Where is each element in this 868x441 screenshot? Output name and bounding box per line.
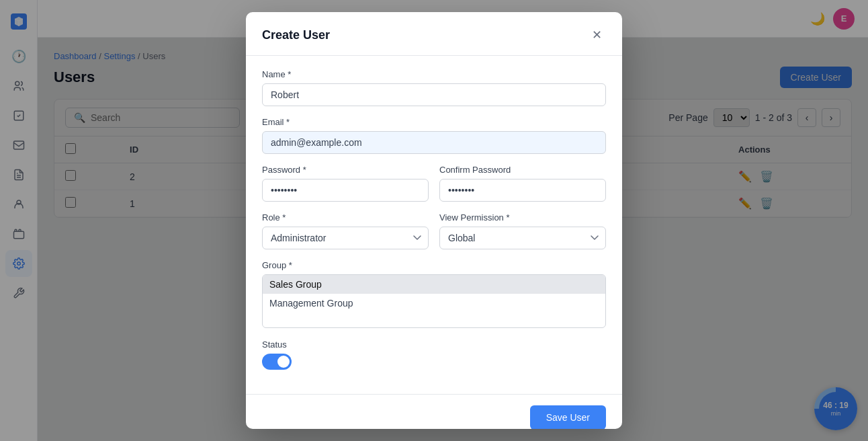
email-label: Email * xyxy=(262,117,606,127)
confirm-password-field-group: Confirm Password xyxy=(439,165,606,202)
name-field-group: Name * xyxy=(262,69,606,106)
role-field-group: Role * Administrator Agent Manager xyxy=(262,212,429,249)
password-input[interactable] xyxy=(262,179,429,202)
modal-header: Create User ✕ xyxy=(246,12,622,56)
modal-title: Create User xyxy=(262,28,330,42)
group-listbox[interactable]: Sales Group Management Group xyxy=(262,274,606,328)
create-user-modal: Create User ✕ Name * Email * Password * … xyxy=(246,12,622,429)
modal-body: Name * Email * Password * Confirm Passwo… xyxy=(246,56,622,394)
name-label: Name * xyxy=(262,69,606,79)
status-toggle[interactable] xyxy=(262,354,292,370)
confirm-password-input[interactable] xyxy=(439,179,606,202)
view-permission-label: View Permission * xyxy=(439,212,606,223)
group-label: Group * xyxy=(262,260,606,270)
status-field-group: Status xyxy=(262,339,606,370)
role-select[interactable]: Administrator Agent Manager xyxy=(262,227,429,249)
modal-overlay: Create User ✕ Name * Email * Password * … xyxy=(0,0,868,441)
view-permission-field-group: View Permission * Global Group Individua… xyxy=(439,212,606,249)
toggle-slider xyxy=(262,354,292,370)
email-input[interactable] xyxy=(262,131,606,154)
status-label: Status xyxy=(262,339,606,350)
password-label: Password * xyxy=(262,165,429,175)
modal-footer: Save User xyxy=(246,394,622,429)
role-label: Role * xyxy=(262,212,429,223)
modal-close-button[interactable]: ✕ xyxy=(587,26,606,44)
view-permission-select[interactable]: Global Group Individual xyxy=(439,227,606,249)
group-field-group: Group * Sales Group Management Group xyxy=(262,260,606,329)
password-field-group: Password * xyxy=(262,165,429,202)
save-user-button[interactable]: Save User xyxy=(530,405,606,429)
confirm-password-label: Confirm Password xyxy=(439,165,606,175)
email-field-group: Email * xyxy=(262,117,606,154)
name-input[interactable] xyxy=(262,83,606,106)
role-permission-row: Role * Administrator Agent Manager View … xyxy=(262,212,606,260)
password-row: Password * Confirm Password xyxy=(262,165,606,212)
